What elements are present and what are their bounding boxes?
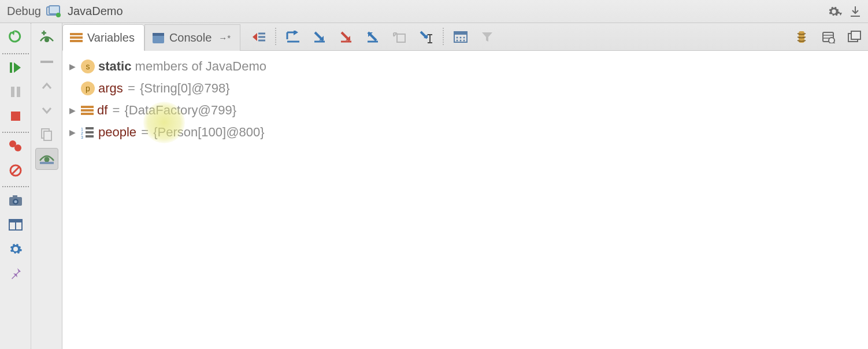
chevron-up-icon — [42, 82, 52, 90]
svg-point-19 — [44, 38, 49, 42]
threads-button[interactable] — [788, 26, 815, 48]
svg-rect-17 — [9, 220, 22, 222]
get-thread-dump-button[interactable] — [4, 190, 27, 211]
debug-tabbar: Variables Console →* — [62, 23, 868, 51]
svg-rect-22 — [44, 131, 51, 140]
evaluate-expression-button[interactable] — [447, 26, 474, 48]
show-watches-button[interactable] — [35, 148, 58, 170]
view-breakpoints-button[interactable] — [4, 135, 27, 157]
svg-rect-64 — [86, 131, 94, 133]
layout-icon — [9, 219, 23, 231]
svg-point-15 — [14, 201, 17, 203]
expand-toggle[interactable]: ▶ — [67, 128, 77, 137]
pause-icon — [10, 86, 21, 98]
svg-rect-7 — [11, 112, 20, 121]
show-execution-point-button[interactable] — [245, 26, 272, 48]
svg-rect-56 — [851, 31, 860, 39]
svg-rect-65 — [86, 135, 94, 138]
svg-point-46 — [457, 40, 458, 42]
duplicate-watch-button[interactable] — [35, 124, 58, 146]
funnel-icon — [481, 31, 494, 43]
step-over-icon — [285, 31, 301, 43]
param-badge-icon: p — [81, 81, 95, 95]
run-config-name[interactable]: JavaDemo — [68, 5, 123, 18]
step-out-button[interactable] — [359, 26, 386, 48]
memory-view-button[interactable] — [815, 26, 841, 48]
pause-button[interactable] — [4, 81, 27, 103]
resume-button[interactable] — [4, 57, 27, 79]
hide-panel-button[interactable] — [847, 3, 863, 20]
filter-button[interactable] — [474, 26, 500, 48]
step-into-button[interactable] — [306, 26, 333, 48]
expand-toggle[interactable]: ▶ — [67, 62, 77, 71]
move-up-button[interactable] — [35, 75, 58, 97]
step-over-button[interactable] — [280, 26, 306, 48]
variable-row-df[interactable]: ▶ df = {DataFactory@799} — [65, 99, 868, 121]
copy-icon — [40, 128, 53, 142]
force-step-into-button[interactable] — [333, 26, 359, 48]
variable-row-static[interactable]: ▶ s static members of JavaDemo — [65, 55, 868, 77]
mute-breakpoints-button[interactable] — [4, 159, 27, 181]
add-watch-icon — [39, 31, 54, 44]
svg-point-44 — [460, 37, 462, 39]
step-into-icon — [313, 31, 326, 43]
svg-rect-13 — [13, 195, 17, 198]
svg-line-54 — [834, 43, 835, 43]
tab-console[interactable]: Console →* — [144, 24, 240, 51]
frames-icon — [848, 31, 862, 43]
stop-button[interactable] — [4, 105, 27, 127]
new-watch-button[interactable] — [35, 27, 58, 49]
pin-icon — [9, 267, 22, 280]
svg-point-45 — [463, 37, 465, 39]
calculator-icon — [454, 31, 468, 43]
tab-variables-label: Variables — [87, 31, 135, 44]
move-down-button[interactable] — [35, 99, 58, 121]
svg-rect-29 — [153, 33, 164, 36]
variable-row-people[interactable]: ▶ 1 2 3 people = {Person[100]@800} — [65, 121, 868, 143]
panel-title: Debug — [7, 5, 41, 18]
svg-rect-1 — [49, 6, 60, 14]
variable-name: people — [98, 125, 136, 139]
force-step-into-icon — [340, 31, 353, 43]
tab-variables[interactable]: Variables — [62, 24, 144, 51]
pin-tab-button[interactable] — [4, 262, 27, 284]
settings-gutter-button[interactable] — [4, 238, 27, 260]
svg-rect-6 — [17, 87, 20, 97]
variables-tree[interactable]: ▶ s static members of JavaDemo ▶ p args … — [62, 51, 868, 349]
thread-icon — [795, 30, 808, 44]
restore-frames-button[interactable] — [841, 26, 868, 48]
svg-line-11 — [12, 166, 20, 174]
memory-icon — [821, 31, 835, 43]
svg-rect-25 — [70, 33, 83, 35]
variable-row-args[interactable]: ▶ p args = {String[0]@798} — [65, 77, 868, 99]
minus-icon — [40, 60, 53, 64]
svg-rect-27 — [70, 40, 83, 42]
run-to-cursor-button[interactable] — [413, 26, 439, 48]
gear-icon — [828, 5, 840, 18]
svg-rect-26 — [70, 36, 83, 39]
svg-point-53 — [829, 38, 834, 43]
svg-text:3: 3 — [81, 135, 83, 139]
static-members-text: members of JavaDemo — [131, 59, 266, 73]
run-to-cursor-icon — [419, 30, 433, 44]
svg-rect-37 — [397, 34, 405, 42]
object-badge-icon — [81, 105, 94, 116]
svg-point-43 — [457, 37, 458, 39]
expand-toggle[interactable]: ▶ — [67, 106, 77, 115]
remove-watch-button[interactable] — [35, 51, 58, 73]
rerun-button[interactable] — [4, 27, 27, 49]
settings-button[interactable]: ▾ — [826, 3, 843, 20]
step-out-icon — [366, 31, 379, 43]
svg-rect-42 — [454, 32, 467, 35]
static-keyword: static — [98, 59, 131, 73]
resume-icon — [9, 61, 22, 74]
tab-pin-indicator-icon: →* — [218, 33, 231, 43]
tab-console-label: Console — [169, 31, 212, 44]
restore-layout-button[interactable] — [4, 214, 27, 236]
breakpoints-icon — [8, 140, 23, 153]
exec-point-icon — [251, 31, 265, 43]
array-badge-icon: 1 2 3 — [81, 126, 95, 139]
variable-value: {Person[100]@800} — [153, 125, 264, 139]
svg-point-23 — [44, 157, 49, 162]
camera-icon — [8, 194, 23, 207]
